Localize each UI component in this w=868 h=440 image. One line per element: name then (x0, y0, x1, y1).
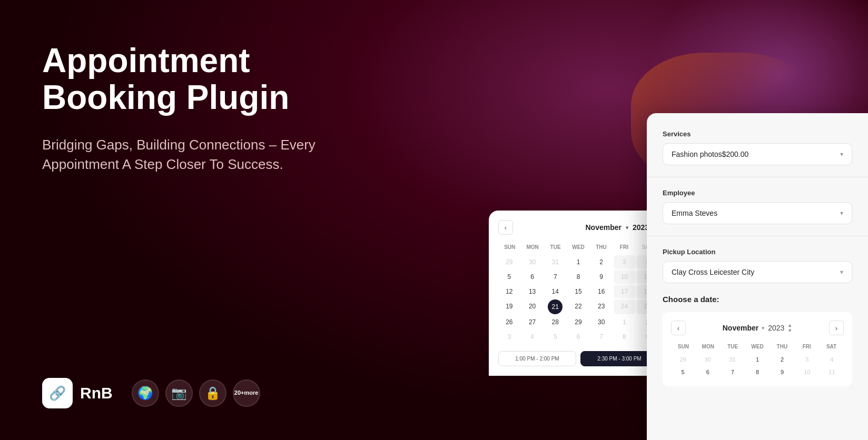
mini-calendar: ‹ November ▾ 2023 ▲ ▼ › SUN MON (663, 312, 852, 386)
mini-cal-grid: 29 30 31 1 2 3 4 5 6 7 8 9 10 11 (671, 354, 844, 378)
main-title: Appointment Booking Plugin (42, 42, 384, 116)
cal-cell[interactable]: 3 (498, 330, 520, 344)
logo-row: 🔗 RnB 🌍 📷 🔒 20+ more (42, 378, 260, 408)
mini-cell: 3 (795, 354, 819, 365)
cal-cell[interactable]: 12 (498, 285, 520, 298)
services-select[interactable]: Fashion photos$200.00 ▾ (663, 143, 852, 165)
subtitle: Bridging Gaps, Building Connections – Ev… (42, 135, 337, 175)
mini-month-chevron-icon: ▾ (762, 325, 765, 332)
mini-cell[interactable]: 31 (721, 354, 744, 365)
cal-cell: 17 (614, 285, 636, 298)
cal-cell[interactable]: 30 (590, 315, 613, 329)
pickup-select[interactable]: Clay Cross Leicester City ▾ (663, 261, 852, 283)
main-content: Appointment Booking Plugin Bridging Gaps… (0, 0, 868, 440)
employee-label: Employee (663, 189, 852, 197)
pickup-value: Clay Cross Leicester City (672, 268, 754, 276)
back-cal-day-wed: WED (567, 242, 589, 252)
mini-day-wed: WED (745, 342, 770, 352)
mini-cell[interactable]: 29 (671, 354, 695, 365)
cal-cell[interactable]: 7 (544, 270, 566, 284)
pickup-chevron-icon: ▾ (840, 268, 843, 276)
cal-cell[interactable]: 9 (590, 270, 613, 284)
pickup-label: Pickup Location (663, 248, 852, 256)
cal-cell[interactable]: 5 (498, 270, 520, 284)
divider-2 (647, 236, 868, 236)
mini-day-sun: SUN (671, 342, 696, 352)
cal-cell[interactable]: 14 (544, 285, 566, 298)
back-cal-month: November (585, 223, 621, 232)
back-cal-grid: 29 30 31 1 2 3 4 5 6 7 8 9 10 11 12 13 1… (498, 255, 658, 344)
brand-name: RnB (80, 384, 113, 402)
mini-cell[interactable]: 6 (696, 366, 719, 378)
mini-cell[interactable]: 2 (771, 354, 794, 365)
cal-cell[interactable]: 5 (544, 330, 566, 344)
time-slot-1[interactable]: 1:00 PM - 2:00 PM (498, 351, 576, 366)
mini-year-ctrl[interactable]: ▲ ▼ (787, 323, 792, 333)
mini-cal-days-header: SUN MON TUE WED THU FRI SAT (671, 342, 844, 352)
cal-cell[interactable]: 19 (498, 299, 520, 314)
cal-cell[interactable]: 27 (521, 315, 544, 329)
cal-cell[interactable]: 1 (614, 315, 636, 329)
mini-cell[interactable]: 30 (696, 354, 719, 365)
plugin-icon-globe: 🌍 (132, 379, 159, 407)
services-chevron-icon: ▾ (840, 151, 843, 158)
divider-1 (647, 177, 868, 177)
cal-cell[interactable]: 20 (521, 299, 544, 314)
cal-cell[interactable]: 30 (521, 255, 544, 269)
cal-cell[interactable]: 7 (590, 330, 613, 344)
back-cal-day-fri: FRI (613, 242, 635, 252)
mini-cell: 4 (820, 354, 844, 365)
cal-cell[interactable]: 13 (521, 285, 544, 298)
cal-cell[interactable]: 29 (567, 315, 589, 329)
cal-cell: 24 (614, 299, 636, 314)
back-cal-prev-button[interactable]: ‹ (498, 220, 513, 235)
cal-cell: 3 (614, 255, 636, 269)
mini-cal-next-button[interactable]: › (829, 321, 844, 335)
mini-cell[interactable]: 5 (671, 366, 695, 378)
services-value: Fashion photos$200.00 (672, 150, 748, 158)
mini-cell[interactable]: 7 (721, 366, 744, 378)
cal-cell: 10 (614, 270, 636, 284)
cal-cell[interactable]: 6 (567, 330, 589, 344)
mini-day-tue: TUE (721, 342, 745, 352)
cal-cell[interactable]: 28 (544, 315, 566, 329)
cal-cell[interactable]: 26 (498, 315, 520, 329)
mini-cell[interactable]: 1 (745, 354, 769, 365)
back-calendar-panel: ‹ November ▾ 2023 ▲ ▼ SUN MON TUE WED TH… (489, 211, 668, 376)
brand-logo: 🔗 RnB (42, 378, 113, 408)
mini-day-fri: FRI (794, 342, 819, 352)
cal-cell[interactable]: 6 (521, 270, 544, 284)
cal-cell[interactable]: 29 (498, 255, 520, 269)
cal-cell[interactable]: 16 (590, 285, 613, 298)
mini-cell[interactable]: 9 (771, 366, 794, 378)
cal-cell[interactable]: 31 (544, 255, 566, 269)
mini-cell: 11 (820, 366, 844, 378)
mini-cal-header: ‹ November ▾ 2023 ▲ ▼ › (671, 321, 844, 335)
cal-cell[interactable]: 23 (590, 299, 613, 314)
employee-select[interactable]: Emma Steves ▾ (663, 202, 852, 224)
mini-cal-prev-button[interactable]: ‹ (671, 321, 686, 335)
cal-cell[interactable]: 4 (521, 330, 544, 344)
cal-cell[interactable]: 8 (567, 270, 589, 284)
mini-day-sat: SAT (819, 342, 844, 352)
plugin-icon-lock: 🔒 (199, 379, 226, 407)
mini-day-thu: THU (770, 342, 794, 352)
cal-cell[interactable]: 8 (614, 330, 636, 344)
back-cal-month-chevron: ▾ (626, 225, 628, 231)
cal-cell-selected[interactable]: 21 (548, 299, 563, 314)
date-section-title: Choose a date: (663, 295, 852, 304)
cal-cell[interactable]: 22 (567, 299, 589, 314)
booking-panel: Services Fashion photos$200.00 ▾ Employe… (647, 113, 868, 440)
right-panels: ‹ November ▾ 2023 ▲ ▼ SUN MON TUE WED TH… (489, 0, 868, 440)
cal-cell[interactable]: 1 (567, 255, 589, 269)
back-cal-header: ‹ November ▾ 2023 ▲ ▼ (498, 220, 658, 235)
back-cal-day-thu: THU (590, 242, 613, 252)
mini-cal-month: November (723, 324, 758, 332)
cal-cell[interactable]: 15 (567, 285, 589, 298)
mini-cal-year: 2023 (768, 324, 784, 332)
employee-chevron-icon: ▾ (840, 209, 843, 217)
cal-cell[interactable]: 2 (590, 255, 613, 269)
plugin-icons-row: 🌍 📷 🔒 20+ more (132, 379, 260, 407)
mini-cell[interactable]: 8 (745, 366, 769, 378)
mini-cell: 10 (795, 366, 819, 378)
